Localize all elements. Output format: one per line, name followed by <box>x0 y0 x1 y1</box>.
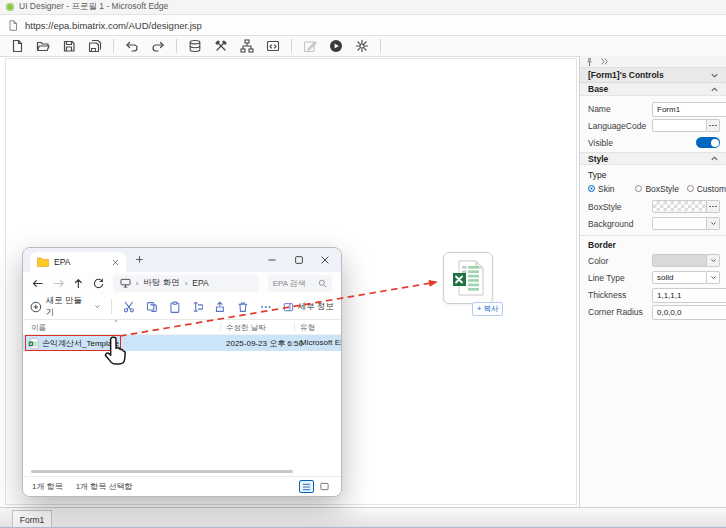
url-bar[interactable]: https://epa.bimatrix.com/AUD/designer.js… <box>0 15 726 36</box>
language-code-browse-button[interactable] <box>707 119 720 132</box>
copy-icon[interactable] <box>146 301 158 313</box>
share-icon[interactable] <box>214 301 226 313</box>
boxstyle-swatch[interactable] <box>652 200 707 213</box>
column-separator[interactable] <box>294 322 295 332</box>
settings-gear-icon <box>355 39 369 53</box>
name-label: Name <box>588 104 611 114</box>
pin-icon[interactable] <box>585 57 594 67</box>
search-box[interactable]: EPA 검색 <box>268 275 332 292</box>
visible-row: Visible <box>580 135 726 150</box>
breadcrumb-desktop[interactable]: 바탕 화면 <box>143 277 179 289</box>
redo-button[interactable] <box>147 37 169 55</box>
column-date-modified[interactable]: 수정한 날짜 <box>226 323 266 333</box>
open-folder-button[interactable] <box>32 37 54 55</box>
controls-header-label: [Form1]'s Controls <box>588 70 664 80</box>
url-text: https://epa.bimatrix.com/AUD/designer.js… <box>25 20 202 31</box>
form1-tab-label: Form1 <box>20 515 45 525</box>
minimize-icon[interactable] <box>267 255 277 265</box>
file-row-selected[interactable]: 손익계산서_Template 2025-09-23 오후 6:50 Micros… <box>23 335 341 351</box>
settings-button[interactable] <box>351 37 373 55</box>
details-pane-label: 세부 정보 <box>298 301 334 313</box>
page-icon <box>8 20 18 31</box>
explorer-command-bar: 새로 만들기 세부 정보 <box>23 294 341 320</box>
toolbar-separator <box>380 39 381 53</box>
form1-tab[interactable]: Form1 <box>12 510 52 528</box>
tab-close-icon[interactable] <box>112 259 119 266</box>
section-base-header[interactable]: Base <box>580 83 726 96</box>
radio-skin-label: Skin <box>598 184 615 194</box>
search-icon <box>318 279 327 288</box>
breadcrumb-epa[interactable]: EPA <box>192 278 208 288</box>
horizontal-scrollbar[interactable] <box>31 470 293 473</box>
hierarchy-button[interactable] <box>236 37 258 55</box>
radio-custom-label: Custom <box>697 184 726 194</box>
command-separator <box>111 299 112 314</box>
chevron-up-icon <box>710 154 719 163</box>
run-button[interactable] <box>325 37 347 55</box>
background-dropdown-button[interactable] <box>707 217 720 230</box>
close-icon[interactable] <box>320 255 330 265</box>
border-color-dropdown-button[interactable] <box>707 254 720 267</box>
section-style-header[interactable]: Style <box>580 152 726 165</box>
radio-skin[interactable]: Skin <box>588 184 635 194</box>
new-document-button[interactable] <box>6 37 28 55</box>
new-item-button[interactable]: 새로 만들기 <box>30 295 100 319</box>
breadcrumb[interactable]: › 바탕 화면 › EPA <box>113 275 259 292</box>
save-icon <box>62 39 76 53</box>
border-color-swatch[interactable] <box>652 254 707 267</box>
drag-ghost-excel-file[interactable] <box>443 252 493 304</box>
line-type-dropdown-button[interactable] <box>707 271 720 284</box>
border-group-label-row: Border <box>580 239 726 250</box>
paste-icon[interactable] <box>169 301 181 313</box>
background-field[interactable] <box>652 217 707 230</box>
code-window-button[interactable] <box>262 37 284 55</box>
thickness-field[interactable]: 1,1,1,1 <box>652 288 726 303</box>
line-type-select[interactable]: solid <box>652 271 707 284</box>
visible-toggle[interactable] <box>696 137 720 148</box>
delete-icon[interactable] <box>237 301 249 313</box>
column-type[interactable]: 유형 <box>300 323 315 333</box>
undo-button[interactable] <box>121 37 143 55</box>
designer-toolbar <box>0 36 726 57</box>
explorer-tab-epa[interactable]: EPA <box>30 252 126 272</box>
details-pane-button[interactable]: 세부 정보 <box>283 301 334 313</box>
back-icon[interactable] <box>32 278 44 289</box>
edit-button[interactable] <box>299 37 321 55</box>
radio-boxstyle[interactable]: BoxStyle <box>635 184 686 194</box>
code-window-icon <box>266 39 280 53</box>
language-code-field[interactable] <box>652 119 707 132</box>
name-field[interactable]: Form1 <box>652 102 726 117</box>
up-icon[interactable] <box>73 278 84 289</box>
thumbnail-view-icon <box>320 482 329 491</box>
collapse-panel-icon[interactable] <box>600 57 609 66</box>
tools-button[interactable] <box>210 37 232 55</box>
details-view-button[interactable] <box>299 480 314 493</box>
database-button[interactable] <box>184 37 206 55</box>
background-row: Background <box>580 216 726 231</box>
open-folder-icon <box>36 39 50 53</box>
new-tab-icon[interactable] <box>135 255 144 264</box>
type-radio-group: Skin BoxStyle Custom <box>580 182 726 195</box>
toolbar-separator <box>113 39 114 53</box>
thumbnail-view-button[interactable] <box>317 480 332 493</box>
file-type: Microsoft Excel <box>300 338 342 347</box>
forward-icon[interactable] <box>53 278 65 289</box>
save-button[interactable] <box>58 37 80 55</box>
corner-radius-field[interactable]: 0,0,0,0 <box>652 305 726 320</box>
refresh-icon[interactable] <box>93 278 104 289</box>
column-name[interactable]: 이름 <box>31 323 46 333</box>
boxstyle-browse-button[interactable] <box>707 200 720 213</box>
file-list-empty-area[interactable] <box>23 351 341 474</box>
radio-custom[interactable]: Custom <box>687 184 726 194</box>
sort-ascending-icon: ⌃ <box>113 319 119 327</box>
more-options-icon[interactable] <box>260 301 272 313</box>
breadcrumb-chevron-icon: › <box>136 279 139 288</box>
controls-header[interactable]: [Form1]'s Controls <box>580 68 726 83</box>
save-all-button[interactable] <box>84 37 106 55</box>
rename-icon[interactable] <box>192 301 204 313</box>
maximize-icon[interactable] <box>294 255 304 265</box>
radio-selected-icon <box>588 185 595 192</box>
cut-icon[interactable] <box>123 301 135 313</box>
column-separator[interactable] <box>220 322 221 332</box>
panel-toolbar <box>580 56 726 68</box>
